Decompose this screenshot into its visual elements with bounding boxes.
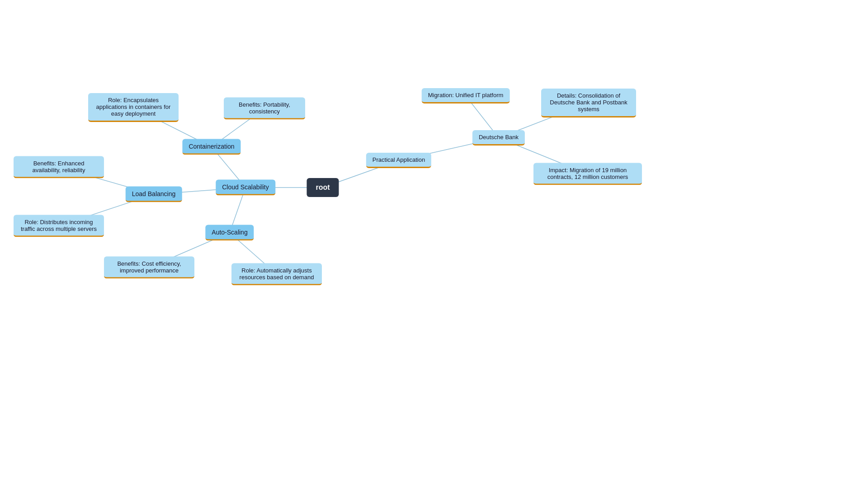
impact-migration-node[interactable]: Impact: Migration of 19 million contract… bbox=[533, 163, 642, 185]
connections-svg bbox=[0, 0, 868, 488]
impact-migration-label: Impact: Migration of 19 million contract… bbox=[547, 167, 628, 180]
benefits-cost-label: Benefits: Cost efficiency, improved perf… bbox=[117, 260, 181, 274]
practical-application-label: Practical Application bbox=[373, 156, 425, 163]
migration-unified-label: Migration: Unified IT platform bbox=[428, 92, 504, 99]
role-distributes-label: Role: Distributes incoming traffic acros… bbox=[21, 219, 97, 232]
auto-scaling-node[interactable]: Auto-Scaling bbox=[205, 225, 254, 241]
benefits-portability-label: Benefits: Portability, consistency bbox=[239, 101, 290, 115]
benefits-portability-node[interactable]: Benefits: Portability, consistency bbox=[224, 98, 305, 120]
containerization-label: Containerization bbox=[189, 143, 234, 150]
load-balancing-node[interactable]: Load Balancing bbox=[126, 187, 182, 202]
containerization-node[interactable]: Containerization bbox=[182, 139, 241, 155]
benefits-enhanced-label: Benefits: Enhanced availability, reliabi… bbox=[33, 160, 85, 174]
cloud-scalability-label: Cloud Scalability bbox=[222, 183, 269, 191]
root-label: root bbox=[316, 183, 330, 191]
deutsche-bank-node[interactable]: Deutsche Bank bbox=[472, 130, 525, 145]
mindmap-canvas: root Cloud Scalability Containerization … bbox=[0, 0, 868, 488]
practical-application-node[interactable]: Practical Application bbox=[366, 153, 431, 168]
role-encapsulates-label: Role: Encapsulates applications in conta… bbox=[96, 97, 171, 117]
root-node[interactable]: root bbox=[307, 178, 339, 197]
migration-unified-node[interactable]: Migration: Unified IT platform bbox=[422, 88, 510, 103]
role-auto-node[interactable]: Role: Automatically adjusts resources ba… bbox=[231, 263, 322, 286]
benefits-cost-node[interactable]: Benefits: Cost efficiency, improved perf… bbox=[104, 257, 194, 279]
auto-scaling-label: Auto-Scaling bbox=[212, 229, 247, 236]
role-encapsulates-node[interactable]: Role: Encapsulates applications in conta… bbox=[88, 93, 179, 122]
load-balancing-label: Load Balancing bbox=[132, 190, 176, 197]
role-auto-label: Role: Automatically adjusts resources ba… bbox=[240, 267, 314, 281]
cloud-scalability-node[interactable]: Cloud Scalability bbox=[216, 180, 275, 196]
details-consolidation-node[interactable]: Details: Consolidation of Deutsche Bank … bbox=[541, 89, 636, 117]
role-distributes-node[interactable]: Role: Distributes incoming traffic acros… bbox=[14, 215, 104, 237]
deutsche-bank-label: Deutsche Bank bbox=[479, 134, 519, 141]
details-consolidation-label: Details: Consolidation of Deutsche Bank … bbox=[550, 92, 627, 113]
benefits-enhanced-node[interactable]: Benefits: Enhanced availability, reliabi… bbox=[14, 156, 104, 178]
